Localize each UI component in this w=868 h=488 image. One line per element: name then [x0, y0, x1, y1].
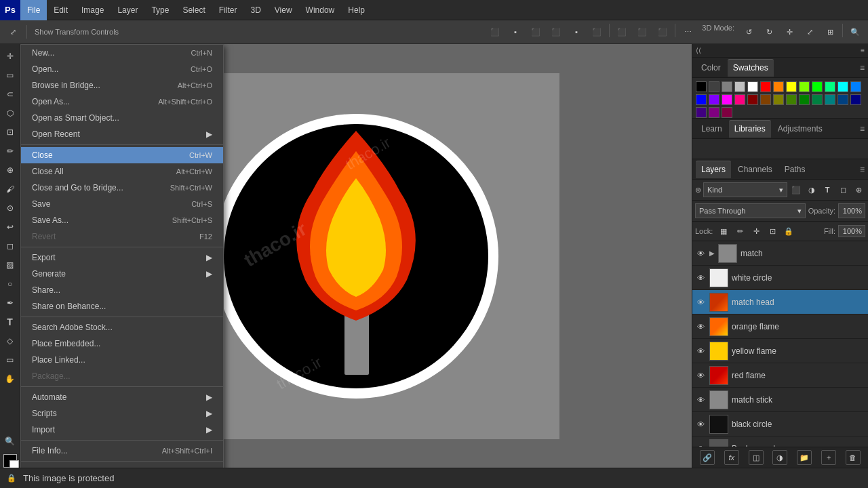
- swatch-800000[interactable]: [747, 94, 758, 105]
- panel3-options-btn[interactable]: ≡: [860, 165, 865, 174]
- fm-share[interactable]: Share...: [21, 282, 223, 298]
- swatch-800080[interactable]: [709, 107, 719, 118]
- zoom-tool[interactable]: 🔍: [1, 432, 19, 450]
- eye-btn-6[interactable]: 👁: [695, 394, 706, 405]
- swatch-000080[interactable]: [850, 94, 861, 105]
- add-adjustment-btn[interactable]: ◑: [772, 450, 787, 465]
- align-top[interactable]: ⬛: [547, 24, 566, 40]
- fm-place-linked[interactable]: Place Linked...: [21, 352, 223, 368]
- fm-generate[interactable]: Generate ▶: [21, 266, 223, 282]
- fill-value[interactable]: 100%: [838, 225, 865, 237]
- swatch-ff0000[interactable]: [760, 81, 771, 92]
- swatch-ffffff[interactable]: [747, 81, 758, 92]
- panel2-options-btn[interactable]: ≡: [860, 124, 865, 134]
- eye-btn-3[interactable]: 👁: [695, 321, 706, 332]
- swatch-008040[interactable]: [812, 94, 823, 105]
- tab-libraries[interactable]: Libraries: [729, 120, 771, 138]
- fm-open-recent[interactable]: Open Recent ▶: [21, 126, 223, 142]
- fm-open[interactable]: Open... Ctrl+O: [21, 61, 223, 77]
- swatch-ff0080[interactable]: [734, 94, 745, 105]
- 3d-pan[interactable]: ✛: [780, 24, 799, 40]
- menu-layer[interactable]: Layer: [111, 0, 144, 20]
- swatch-ff8000[interactable]: [773, 81, 784, 92]
- swatch-0000ff[interactable]: [696, 94, 707, 105]
- layer-item-background[interactable]: 👁Background: [692, 436, 868, 447]
- extra-options[interactable]: ⋯: [678, 24, 697, 40]
- tab-layers[interactable]: Layers: [696, 161, 731, 178]
- fm-new[interactable]: New... Ctrl+N: [21, 45, 223, 61]
- filter-pixel-btn[interactable]: ⬛: [789, 183, 803, 197]
- eraser-tool[interactable]: ◻: [1, 237, 19, 255]
- distribute1[interactable]: ⬛: [612, 24, 631, 40]
- align-right[interactable]: ⬛: [526, 24, 545, 40]
- swatch-400080[interactable]: [696, 107, 707, 118]
- fm-close[interactable]: Close Ctrl+W: [21, 147, 223, 163]
- fm-search-stock[interactable]: Search Adobe Stock...: [21, 319, 223, 336]
- move-tool-options[interactable]: ⤢: [3, 24, 22, 40]
- crop-tool[interactable]: ⊡: [1, 123, 19, 141]
- filter-adj-btn[interactable]: ◑: [805, 183, 818, 197]
- swatch-00ffff[interactable]: [837, 81, 848, 92]
- swatch-ff00ff[interactable]: [722, 94, 732, 105]
- layer-item-white-circle[interactable]: 👁white circle: [692, 266, 868, 290]
- eye-btn-4[interactable]: 👁: [695, 346, 706, 357]
- swatch-004080[interactable]: [837, 94, 848, 105]
- fm-export[interactable]: Export ▶: [21, 249, 223, 266]
- lock-all-btn[interactable]: 🔒: [782, 224, 795, 238]
- fm-automate[interactable]: Automate ▶: [21, 389, 223, 405]
- tab-adjustments[interactable]: Adjustments: [772, 120, 828, 138]
- fm-import[interactable]: Import ▶: [21, 422, 223, 438]
- layer-item-orange-flame[interactable]: 👁orange flame: [692, 314, 868, 339]
- fm-file-info[interactable]: File Info... Alt+Shift+Ctrl+I: [21, 443, 223, 459]
- tab-paths[interactable]: Paths: [779, 161, 811, 178]
- layer-item-match-stick[interactable]: 👁match stick: [692, 388, 868, 412]
- swatch-8000ff[interactable]: [709, 94, 719, 105]
- panel-collapse-btn[interactable]: ⟨⟨: [696, 47, 701, 54]
- fm-share-behance[interactable]: Share on Behance...: [21, 298, 223, 314]
- magic-wand-tool[interactable]: ⬡: [1, 104, 19, 122]
- menu-help[interactable]: Help: [341, 0, 372, 20]
- panel-options-btn[interactable]: ≡: [860, 63, 865, 73]
- 3d-rotate[interactable]: ↺: [739, 24, 758, 40]
- menu-edit[interactable]: Edit: [47, 0, 75, 20]
- swatch-c0c0c0[interactable]: [734, 81, 745, 92]
- filter-text-btn[interactable]: T: [821, 183, 834, 197]
- fm-close-bridge[interactable]: Close and Go to Bridge... Shift+Ctrl+W: [21, 180, 223, 196]
- 3d-slide[interactable]: ⤢: [800, 24, 819, 40]
- eye-btn-2[interactable]: 👁: [695, 297, 706, 308]
- eye-btn-1[interactable]: 👁: [695, 272, 706, 283]
- filter-smart-btn[interactable]: ⊕: [852, 183, 865, 197]
- lock-artboard-btn[interactable]: ⊡: [766, 224, 779, 238]
- menu-window[interactable]: Window: [299, 0, 342, 20]
- align-center-v[interactable]: ▪: [567, 24, 586, 40]
- layer-item-match-head[interactable]: 👁match head: [692, 290, 868, 314]
- lasso-tool[interactable]: ⊂: [1, 85, 19, 103]
- add-mask-btn[interactable]: ◫: [749, 450, 764, 465]
- brush-tool[interactable]: 🖌: [1, 180, 19, 198]
- swatch-800040[interactable]: [722, 107, 732, 118]
- swatch-808000[interactable]: [773, 94, 784, 105]
- marquee-tool[interactable]: ▭: [1, 66, 19, 84]
- fm-place-embedded[interactable]: Place Embedded...: [21, 336, 223, 352]
- fm-open-smart[interactable]: Open as Smart Object...: [21, 110, 223, 126]
- layer-item-yellow-flame[interactable]: 👁yellow flame: [692, 339, 868, 363]
- move-tool[interactable]: ✛: [1, 47, 19, 65]
- dodge-tool[interactable]: ○: [1, 275, 19, 293]
- align-left[interactable]: ⬛: [486, 24, 505, 40]
- lock-paint-btn[interactable]: ✏: [733, 224, 747, 238]
- add-layer-btn[interactable]: +: [821, 450, 836, 465]
- delete-layer-btn[interactable]: 🗑: [846, 450, 861, 465]
- layer-item-black-circle[interactable]: 👁black circle: [692, 412, 868, 436]
- clone-tool[interactable]: ⊙: [1, 199, 19, 217]
- path-tool[interactable]: ◇: [1, 332, 19, 350]
- add-folder-btn[interactable]: 📁: [797, 450, 812, 465]
- add-link-btn[interactable]: 🔗: [700, 450, 715, 465]
- swatch-ffff00[interactable]: [786, 81, 797, 92]
- tab-swatches[interactable]: Swatches: [728, 59, 774, 77]
- add-fx-btn[interactable]: fx: [724, 450, 739, 465]
- filter-shape-btn[interactable]: ◻: [836, 183, 850, 197]
- tab-channels[interactable]: Channels: [732, 161, 778, 178]
- swatch-008000[interactable]: [799, 94, 810, 105]
- align-bottom[interactable]: ⬛: [587, 24, 606, 40]
- swatch-808080[interactable]: [722, 81, 732, 92]
